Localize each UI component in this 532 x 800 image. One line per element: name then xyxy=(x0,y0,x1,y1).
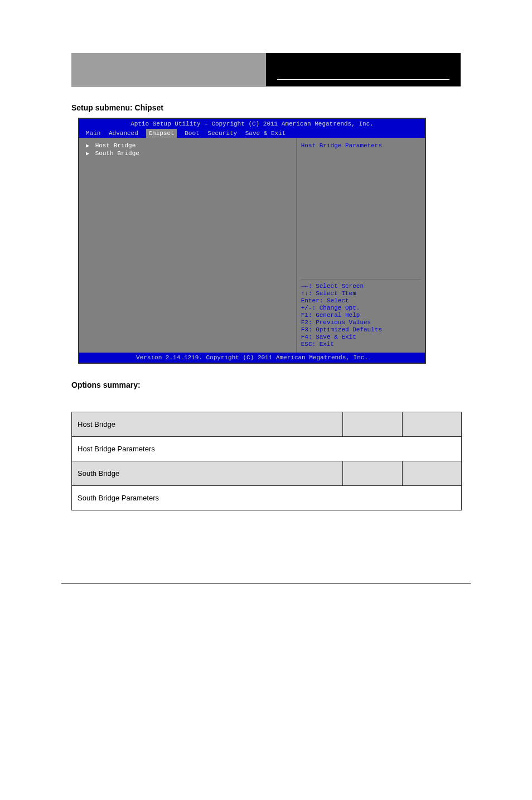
header-right-block xyxy=(266,53,461,86)
bios-menubar: Main Advanced Chipset Boot Security Save… xyxy=(79,129,425,138)
triangle-right-icon: ▶ xyxy=(86,151,89,157)
table-cell xyxy=(343,461,402,486)
table-cell xyxy=(343,412,402,437)
triangle-right-icon: ▶ xyxy=(86,143,89,149)
table-row: Host Bridge xyxy=(72,412,462,437)
table-cell xyxy=(402,412,461,437)
bios-left-panel: ▶ Host Bridge ▶ South Bridge xyxy=(79,138,297,353)
help-key-line: F4: Save & Exit xyxy=(301,334,420,340)
bios-menu-advanced[interactable]: Advanced xyxy=(109,130,138,137)
header-left-block xyxy=(71,53,266,86)
bios-item-south-bridge[interactable]: ▶ South Bridge xyxy=(86,150,289,157)
bios-item-label: South Bridge xyxy=(95,150,139,157)
section-title: Setup submenu: Chipset xyxy=(71,103,461,112)
page-footer-line xyxy=(61,583,471,584)
help-key-line: ESC: Exit xyxy=(301,341,420,348)
table-row: Host Bridge Parameters xyxy=(72,437,462,461)
table-row: South Bridge Parameters xyxy=(72,486,462,510)
help-key-line: F3: Optimized Defaults xyxy=(301,326,420,333)
bios-item-label: Host Bridge xyxy=(95,142,136,149)
help-key-line: ↑↓: Select Item xyxy=(301,290,420,297)
help-key-line: →←: Select Screen xyxy=(301,283,420,290)
bios-help-description: Host Bridge Parameters xyxy=(301,142,420,279)
bios-titlebar: Aptio Setup Utility – Copyright (C) 2011… xyxy=(79,119,425,129)
table-cell xyxy=(402,461,461,486)
bios-menu-chipset[interactable]: Chipset xyxy=(146,129,176,138)
help-key-line: F1: General Help xyxy=(301,312,420,319)
help-key-line: F2: Previous Values xyxy=(301,319,420,326)
table-cell: Host Bridge xyxy=(72,412,343,437)
bios-window: Aptio Setup Utility – Copyright (C) 2011… xyxy=(78,118,426,364)
bios-menu-save-exit[interactable]: Save & Exit xyxy=(245,130,286,137)
bios-footer: Version 2.14.1219. Copyright (C) 2011 Am… xyxy=(79,353,425,363)
bios-menu-security[interactable]: Security xyxy=(207,130,237,137)
help-key-line: Enter: Select xyxy=(301,297,420,304)
help-key-line: +/-: Change Opt. xyxy=(301,305,420,311)
options-label: Options summary: xyxy=(71,380,461,389)
table-cell: South Bridge Parameters xyxy=(72,486,462,510)
bios-menu-boot[interactable]: Boot xyxy=(185,130,199,137)
bios-help-keys: →←: Select Screen ↑↓: Select Item Enter:… xyxy=(301,279,420,348)
table-cell: South Bridge xyxy=(72,461,343,486)
bios-item-host-bridge[interactable]: ▶ Host Bridge xyxy=(86,142,289,149)
table-row: South Bridge xyxy=(72,461,462,486)
bios-body: ▶ Host Bridge ▶ South Bridge Host Bridge… xyxy=(79,138,425,353)
page-header xyxy=(71,53,461,86)
table-cell: Host Bridge Parameters xyxy=(72,437,462,461)
bios-menu-main[interactable]: Main xyxy=(86,130,100,137)
bios-right-panel: Host Bridge Parameters →←: Select Screen… xyxy=(297,138,425,353)
options-table: Host Bridge Host Bridge Parameters South… xyxy=(71,412,462,510)
